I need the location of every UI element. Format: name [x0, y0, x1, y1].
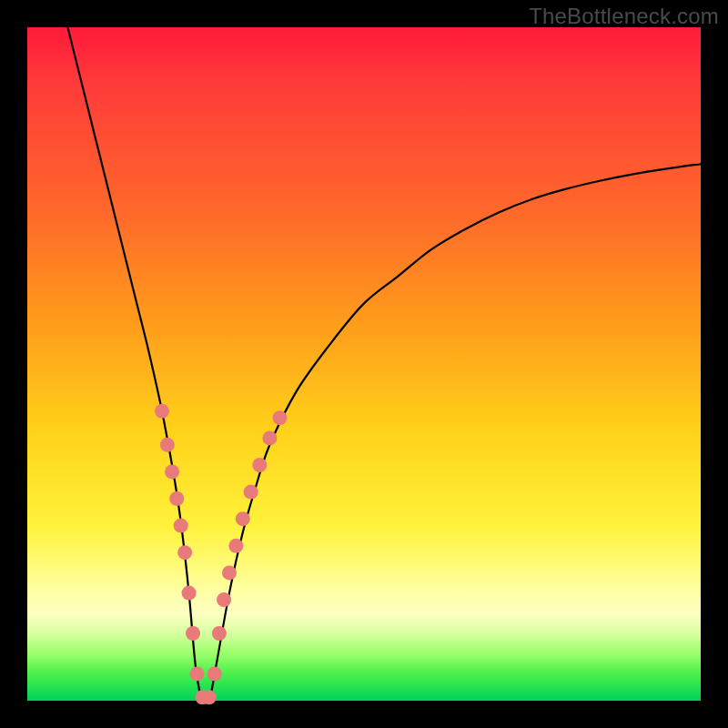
- data-marker: [202, 690, 217, 704]
- data-marker: [236, 511, 250, 526]
- data-marker: [174, 519, 188, 533]
- data-marker: [222, 565, 237, 580]
- data-marker: [252, 458, 267, 472]
- data-marker: [160, 438, 175, 452]
- data-marker: [273, 410, 288, 425]
- data-marker: [155, 404, 169, 419]
- data-marker: [189, 666, 204, 681]
- chart-svg: [27, 27, 701, 701]
- data-marker: [217, 592, 231, 607]
- data-marker: [165, 464, 179, 479]
- watermark-text: TheBottleneck.com: [529, 4, 719, 29]
- chart-frame: TheBottleneck.com: [0, 0, 728, 728]
- data-marker: [228, 539, 243, 553]
- data-marker: [186, 626, 200, 641]
- data-marker: [177, 545, 192, 560]
- data-marker: [262, 430, 277, 445]
- plot-area: [27, 27, 701, 701]
- data-marker: [169, 491, 184, 506]
- data-marker: [244, 485, 258, 500]
- data-marker: [212, 626, 227, 641]
- bottleneck-curve: [67, 27, 701, 705]
- data-marker: [207, 666, 222, 681]
- data-marker: [182, 586, 197, 601]
